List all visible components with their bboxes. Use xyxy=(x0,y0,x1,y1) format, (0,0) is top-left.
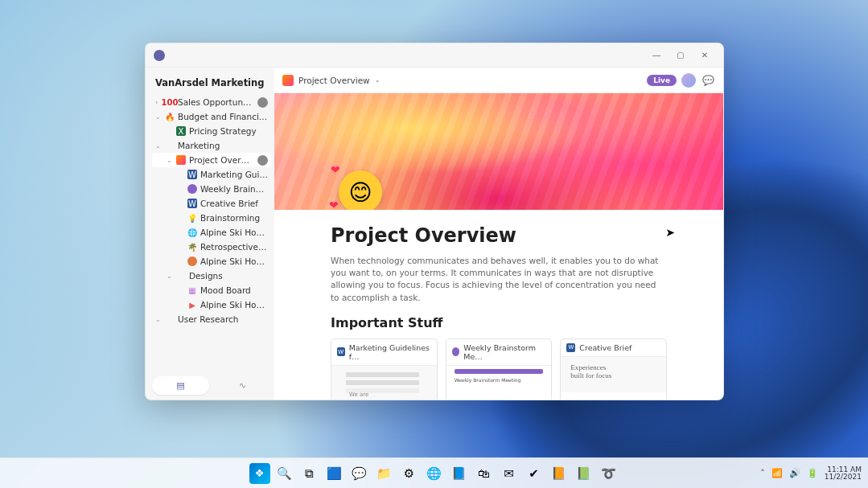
chevron-up-icon[interactable]: ˄ xyxy=(760,468,765,478)
sidebar-item[interactable]: 💡Brainstorming xyxy=(152,211,271,225)
heart-icon: ❤ xyxy=(331,163,340,176)
card-title: Weekly Brainstorm Me… xyxy=(463,343,545,361)
item-icon: ▦ xyxy=(187,285,197,295)
sidebar-item[interactable]: ⌄🔥Budget and Financial Projection xyxy=(152,109,271,124)
breadcrumb-title[interactable]: Project Overview xyxy=(298,76,370,85)
presence-avatar[interactable] xyxy=(681,73,696,88)
file-icon: W xyxy=(337,347,345,356)
page-icon xyxy=(282,75,294,86)
sidebar-item[interactable]: ▦Mood Board xyxy=(152,283,271,297)
taskbar-files-icon[interactable]: 📁 xyxy=(374,463,395,484)
taskbar-start-icon[interactable]: ❖ xyxy=(249,463,270,484)
chevron-icon: ⌄ xyxy=(167,273,173,280)
taskbar-excel-icon[interactable]: 📗 xyxy=(574,463,594,484)
taskbar-chat-icon[interactable]: 💬 xyxy=(349,463,370,484)
sidebar-item[interactable]: ›100Sales Opportunities xyxy=(152,95,271,109)
taskbar-widgets-icon[interactable]: 🟦 xyxy=(324,463,345,484)
hero-image: ❤ ❤ ❤ xyxy=(274,93,723,210)
activity-tab-button[interactable]: ∿ xyxy=(214,376,271,395)
taskbar-search-icon[interactable]: 🔍 xyxy=(274,463,295,484)
sidebar-item[interactable]: 🌐Alpine Ski House xyxy=(152,225,271,240)
sidebar-item-label: Mood Board xyxy=(200,285,268,295)
taskbar-todo-icon[interactable]: ✔ xyxy=(524,463,545,484)
maximize-button[interactable]: ▢ xyxy=(668,47,693,64)
sidebar-item-label: Marketing Guidelines for V… xyxy=(200,170,268,179)
breadcrumb-bar: Project Overview ⌄ Live 💬 xyxy=(274,68,723,93)
page-emoji[interactable] xyxy=(339,170,382,210)
app-icon xyxy=(154,50,165,61)
live-badge[interactable]: Live xyxy=(647,75,677,86)
card-preview xyxy=(561,357,666,392)
item-icon: W xyxy=(187,199,197,208)
minimize-button[interactable]: ― xyxy=(644,47,668,64)
clock-date: 11/2/2021 xyxy=(825,474,862,481)
taskbar-mail-icon[interactable]: ✉ xyxy=(499,463,520,484)
comments-icon[interactable]: 💬 xyxy=(701,73,715,88)
titlebar: ― ▢ ✕ xyxy=(146,43,723,68)
sidebar-item[interactable]: Alpine Ski House (ID: 487… xyxy=(152,254,271,269)
card-title: Creative Brief xyxy=(579,343,631,352)
item-icon: W xyxy=(187,170,197,179)
item-icon xyxy=(187,184,197,194)
taskbar-settings-icon[interactable]: ⚙ xyxy=(399,463,420,484)
chevron-icon: ⌄ xyxy=(167,157,173,164)
sidebar-item[interactable]: WCreative Brief xyxy=(152,196,271,211)
taskbar-edge-icon[interactable]: 🌐 xyxy=(424,463,445,484)
card-preview: We are xyxy=(331,366,437,400)
sidebar-item[interactable]: ⌄User Research xyxy=(152,312,271,326)
battery-icon[interactable]: 🔋 xyxy=(807,468,818,478)
attachment-card[interactable]: Weekly Brainstorm Me… xyxy=(446,338,553,400)
sidebar-item-label: Alpine Ski House xyxy=(200,228,268,237)
taskbar-word-icon[interactable]: 📘 xyxy=(449,463,470,484)
clock[interactable]: 11:11 AM 11/2/2021 xyxy=(825,466,862,481)
sidebar-item[interactable]: ⌄Project Overview xyxy=(152,153,271,167)
sidebar-item[interactable]: 🌴Retrospective Retreat xyxy=(152,240,271,254)
intro-paragraph[interactable]: When technology communicates and behaves… xyxy=(331,255,667,304)
item-icon xyxy=(176,155,186,165)
chevron-down-icon[interactable]: ⌄ xyxy=(375,76,381,84)
taskbar-loop-icon[interactable]: ➰ xyxy=(599,463,619,484)
section-heading[interactable]: Important Stuff xyxy=(331,315,667,330)
sidebar-item[interactable]: Weekly Brainstorm Meeting xyxy=(152,182,271,196)
sidebar-item-label: Budget and Financial Projection xyxy=(178,112,268,121)
sidebar-item[interactable]: ▶Alpine Ski House Sizzle Re… xyxy=(152,297,271,312)
sidebar: VanArsdel Marketing ›100Sales Opportunit… xyxy=(146,68,274,400)
item-icon: 🌐 xyxy=(187,228,197,237)
sidebar-item[interactable]: WMarketing Guidelines for V… xyxy=(152,167,271,182)
wifi-icon[interactable]: 📶 xyxy=(771,468,783,478)
page-content: ❤ ❤ ❤ Project Overview ➤ When technology… xyxy=(274,93,723,400)
file-icon xyxy=(452,347,460,356)
pages-tab-button[interactable]: ▤ xyxy=(152,376,209,395)
taskbar-ppt-icon[interactable]: 📙 xyxy=(549,463,570,484)
document-body[interactable]: Project Overview ➤ When technology commu… xyxy=(274,210,723,400)
nav-tree: ›100Sales Opportunities⌄🔥Budget and Fina… xyxy=(152,95,271,374)
item-icon: 🌴 xyxy=(187,242,197,252)
card-header: Weekly Brainstorm Me… xyxy=(446,339,552,366)
item-icon xyxy=(187,256,197,266)
page-title[interactable]: Project Overview ➤ xyxy=(331,224,667,247)
item-icon: 🔥 xyxy=(165,112,175,121)
taskbar-taskview-icon[interactable]: ⧉ xyxy=(299,463,320,484)
item-icon: 💡 xyxy=(187,213,197,223)
sidebar-item-label: Designs xyxy=(189,271,268,281)
chevron-icon: ⌄ xyxy=(155,142,162,150)
sidebar-item[interactable]: ⌄Designs xyxy=(152,269,271,283)
item-icon: ▶ xyxy=(187,300,197,310)
card-header: WCreative Brief xyxy=(561,339,666,357)
taskbar-center: ❖🔍⧉🟦💬📁⚙🌐📘🛍✉✔📙📗➰ xyxy=(249,463,619,484)
sidebar-item[interactable]: XPricing Strategy xyxy=(152,124,271,138)
heart-icon: ❤ xyxy=(329,199,339,210)
attachment-card[interactable]: WCreative Brief xyxy=(560,338,667,400)
attachment-card[interactable]: WMarketing Guidelines f…We are xyxy=(331,338,438,400)
sidebar-item-label: Creative Brief xyxy=(200,199,268,208)
chevron-icon: ⌄ xyxy=(155,316,162,323)
taskbar-store-icon[interactable]: 🛍 xyxy=(474,463,495,484)
main-area: Project Overview ⌄ Live 💬 ❤ ❤ ❤ Project … xyxy=(274,68,723,400)
close-button[interactable]: ✕ xyxy=(693,47,717,64)
sidebar-item[interactable]: ⌄Marketing xyxy=(152,138,271,153)
volume-icon[interactable]: 🔊 xyxy=(789,468,800,478)
item-icon xyxy=(176,271,186,281)
system-tray[interactable]: ˄ 📶 🔊 🔋 11:11 AM 11/2/2021 xyxy=(760,466,862,481)
sidebar-item-label: Project Overview xyxy=(189,155,253,165)
taskbar: ❖🔍⧉🟦💬📁⚙🌐📘🛍✉✔📙📗➰ ˄ 📶 🔊 🔋 11:11 AM 11/2/20… xyxy=(0,457,868,488)
